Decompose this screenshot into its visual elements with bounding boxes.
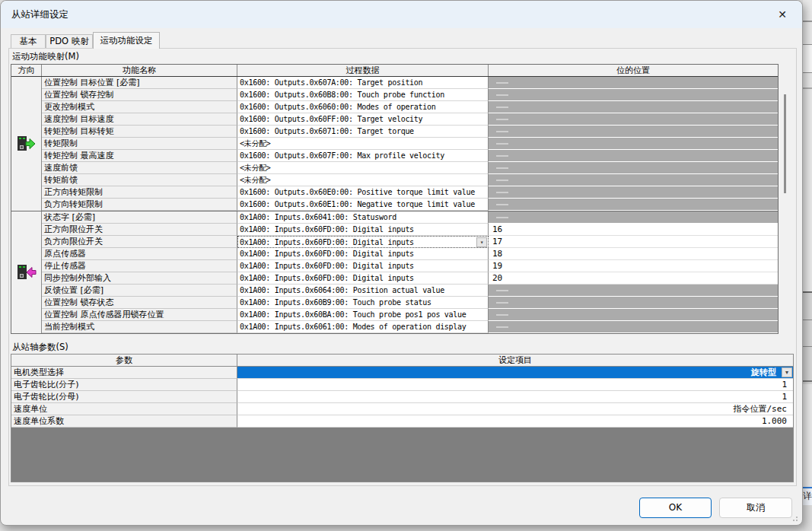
dropdown-arrow-icon[interactable]: ▾ bbox=[782, 367, 792, 377]
unassigned-dash bbox=[496, 94, 508, 96]
process-data-cell[interactable]: 0x1600: Outputs.0x6071:00: Target torque bbox=[237, 126, 489, 138]
param-value-cell[interactable]: 1.000 bbox=[237, 415, 793, 428]
process-data-cell[interactable]: 0x1A00: Inputs.0x60FD:00: Digital inputs bbox=[237, 272, 489, 285]
bit-position-cell bbox=[489, 321, 778, 333]
tab-basic[interactable]: 基本 bbox=[11, 34, 46, 48]
bit-position-cell bbox=[489, 285, 778, 297]
function-name-cell: 更改控制模式 bbox=[42, 101, 237, 113]
axis-params-label: 从站轴参数(S) bbox=[12, 342, 68, 353]
table-row: 转矩控制 目标转矩0x1600: Outputs.0x6071:00: Targ… bbox=[42, 126, 778, 138]
function-name-cell: 转矩限制 bbox=[42, 138, 237, 150]
unassigned-dash bbox=[496, 167, 508, 169]
function-name-cell: 位置控制 目标位置 [必需] bbox=[42, 77, 237, 89]
process-data-cell[interactable]: 0x1600: Outputs.0x60E0:00: Positive torq… bbox=[237, 186, 489, 199]
param-value-cell[interactable]: 旋转型▾ bbox=[237, 367, 793, 379]
unassigned-dash bbox=[496, 314, 508, 316]
process-data-cell[interactable]: 0x1A00: Inputs.0x60B9:00: Touch probe st… bbox=[237, 297, 489, 309]
motion-function-map-table: 方向 功能名称 过程数据 位的位置 位置控制 目标位置 [必需]0x1600: … bbox=[11, 64, 779, 334]
table-row: 转矩前馈<未分配> bbox=[42, 174, 778, 186]
device-output-arrow-icon bbox=[17, 135, 37, 153]
param-row: 电机类型选择旋转型▾ bbox=[11, 367, 793, 379]
table-row: 位置控制 锁存状态0x1A00: Inputs.0x60B9:00: Touch… bbox=[42, 297, 778, 309]
process-data-cell[interactable]: 0x1A00: Inputs.0x60FD:00: Digital inputs bbox=[237, 224, 489, 236]
bit-position-cell bbox=[489, 138, 778, 150]
param-table-body: 电机类型选择旋转型▾电子齿轮比(分子)1电子齿轮比(分母)1速度单位指令位置/s… bbox=[11, 367, 793, 428]
close-icon[interactable]: ✕ bbox=[769, 6, 795, 24]
bit-position-cell bbox=[489, 199, 778, 211]
param-value-text: 1 bbox=[782, 392, 787, 402]
process-data-cell[interactable]: 0x1A00: Inputs.0x60BA:00: Touch probe po… bbox=[237, 309, 489, 321]
unassigned-dash bbox=[496, 107, 508, 108]
dropdown-arrow-icon[interactable]: ▾ bbox=[476, 237, 487, 247]
column-header-process-data: 过程数据 bbox=[237, 65, 489, 76]
process-data-text: 0x1A00: Inputs.0x60B9:00: Touch probe st… bbox=[240, 298, 431, 307]
param-name-cell: 速度单位 bbox=[11, 403, 237, 415]
process-data-cell[interactable]: 0x1600: Outputs.0x60E1:00: Negative torq… bbox=[237, 199, 489, 211]
process-data-cell[interactable]: 0x1600: Outputs.0x607F:00: Max profile v… bbox=[237, 150, 489, 162]
column-header-setting: 设定项目 bbox=[237, 355, 793, 366]
bit-position-cell bbox=[489, 186, 778, 199]
background-divider bbox=[803, 87, 812, 89]
tab-pdo-mapping[interactable]: PDO 映射 bbox=[46, 34, 93, 48]
bit-position-cell[interactable]: 16 bbox=[489, 224, 778, 236]
process-data-text: 0x1600: Outputs.0x6060:00: Modes of oper… bbox=[240, 103, 435, 111]
process-data-cell[interactable]: 0x1A00: Inputs.0x60FD:00: Digital inputs bbox=[237, 248, 489, 260]
bit-position-cell[interactable]: 20 bbox=[489, 272, 778, 285]
param-value-text: 1 bbox=[782, 380, 787, 390]
ok-button[interactable]: OK bbox=[639, 498, 712, 518]
process-data-text: <未分配> bbox=[240, 176, 271, 184]
motion-group-output: 位置控制 目标位置 [必需]0x1600: Outputs.0x607A:00:… bbox=[11, 77, 778, 211]
table-row: 转矩控制 最高速度0x1600: Outputs.0x607F:00: Max … bbox=[42, 150, 778, 162]
process-data-cell[interactable]: <未分配> bbox=[237, 138, 489, 150]
process-data-text: 0x1600: Outputs.0x60B8:00: Touch probe f… bbox=[240, 91, 444, 99]
background-window-fragment bbox=[803, 505, 812, 531]
function-name-cell: 反馈位置 [必需] bbox=[42, 285, 237, 297]
cancel-button[interactable]: 取消 bbox=[719, 498, 792, 518]
process-data-cell[interactable]: 0x1600: Outputs.0x60FF:00: Target veloci… bbox=[237, 113, 489, 126]
process-data-cell[interactable]: <未分配> bbox=[237, 174, 489, 186]
tab-motion-function-settings[interactable]: 运动功能设定 bbox=[93, 32, 160, 49]
motion-group-input: 状态字 [必需]0x1A00: Inputs.0x6041:00: Status… bbox=[11, 211, 778, 333]
table-row: 位置控制 原点传感器用锁存位置0x1A00: Inputs.0x60BA:00:… bbox=[42, 309, 778, 321]
title-bar[interactable]: 从站详细设定 ✕ bbox=[1, 1, 802, 28]
process-data-text: 0x1A00: Inputs.0x6064:00: Position actua… bbox=[240, 286, 444, 294]
function-name-cell: 转矩前馈 bbox=[42, 174, 237, 186]
bit-position-cell[interactable]: 18 bbox=[489, 248, 778, 260]
process-data-cell[interactable]: 0x1600: Outputs.0x607A:00: Target positi… bbox=[237, 77, 489, 89]
process-data-cell[interactable]: 0x1A00: Inputs.0x6064:00: Position actua… bbox=[237, 285, 489, 297]
function-name-cell: 当前控制模式 bbox=[42, 321, 237, 333]
param-name-cell: 速度单位系数 bbox=[11, 415, 237, 428]
bit-position-cell bbox=[489, 297, 778, 309]
bit-position-cell bbox=[489, 101, 778, 113]
table-row: 负方向转矩限制0x1600: Outputs.0x60E1:00: Negati… bbox=[42, 199, 778, 211]
param-value-cell[interactable]: 1 bbox=[237, 379, 793, 391]
unassigned-dash bbox=[496, 131, 508, 132]
unassigned-dash bbox=[496, 290, 508, 291]
process-data-cell[interactable]: 0x1A00: Inputs.0x6061:00: Modes of opera… bbox=[237, 321, 489, 333]
unassigned-dash bbox=[496, 217, 508, 218]
table-row: 负方向限位开关0x1A00: Inputs.0x60FD:00: Digital… bbox=[42, 236, 778, 248]
function-name-cell: 位置控制 锁存控制 bbox=[42, 89, 237, 101]
param-table-empty-area bbox=[11, 428, 793, 482]
process-data-cell[interactable]: 0x1A00: Inputs.0x6041:00: Statusword bbox=[237, 211, 489, 224]
bit-position-cell[interactable]: 17 bbox=[489, 236, 778, 248]
process-data-text: 0x1A00: Inputs.0x60FD:00: Digital inputs bbox=[240, 262, 414, 270]
bit-position-cell[interactable]: 19 bbox=[489, 260, 778, 272]
process-data-cell[interactable]: 0x1A00: Inputs.0x60FD:00: Digital inputs… bbox=[237, 236, 489, 248]
process-data-cell[interactable]: <未分配> bbox=[237, 162, 489, 174]
function-name-cell: 位置控制 锁存状态 bbox=[42, 297, 237, 309]
table-row: 同步控制外部输入0x1A00: Inputs.0x60FD:00: Digita… bbox=[42, 272, 778, 285]
process-data-text: 0x1A00: Inputs.0x60FD:00: Digital inputs bbox=[240, 250, 414, 258]
bit-position-cell bbox=[489, 174, 778, 186]
param-value-cell[interactable]: 1 bbox=[237, 391, 793, 403]
param-row: 速度单位系数1.000 bbox=[11, 415, 793, 428]
resize-grip[interactable] bbox=[790, 514, 798, 521]
unassigned-dash bbox=[496, 326, 508, 328]
process-data-cell[interactable]: 0x1A00: Inputs.0x60FD:00: Digital inputs bbox=[237, 260, 489, 272]
process-data-cell[interactable]: 0x1600: Outputs.0x60B8:00: Touch probe f… bbox=[237, 89, 489, 101]
param-value-cell[interactable]: 指令位置/sec bbox=[237, 403, 793, 415]
table-row: 更改控制模式0x1600: Outputs.0x6060:00: Modes o… bbox=[42, 101, 778, 113]
process-data-cell[interactable]: 0x1600: Outputs.0x6060:00: Modes of oper… bbox=[237, 101, 489, 113]
function-name-cell: 同步控制外部输入 bbox=[42, 272, 237, 285]
vertical-scrollbar-thumb[interactable] bbox=[784, 94, 786, 193]
